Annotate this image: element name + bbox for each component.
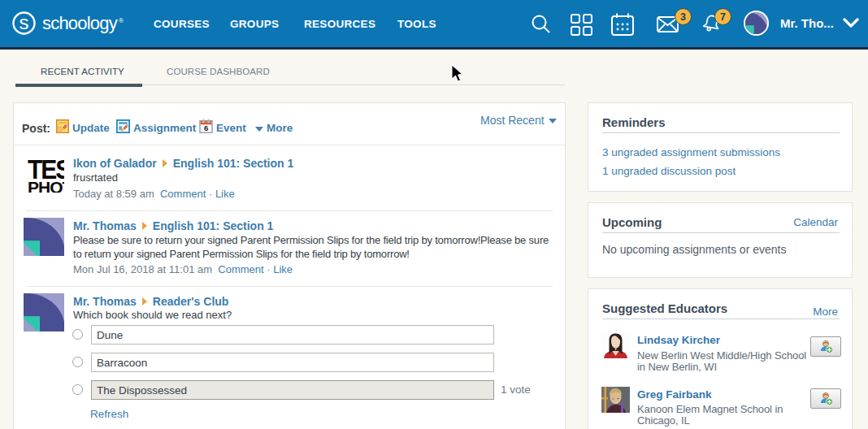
svg-text:6: 6 bbox=[204, 124, 208, 132]
svg-text:s: s bbox=[20, 11, 29, 33]
